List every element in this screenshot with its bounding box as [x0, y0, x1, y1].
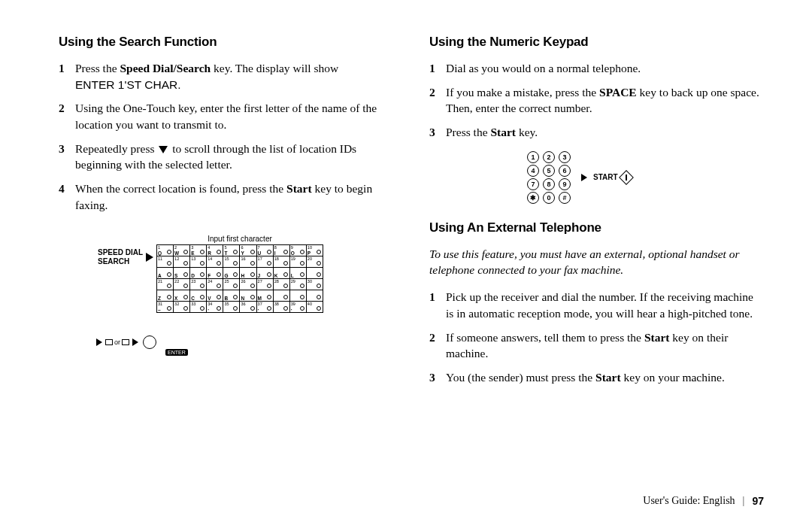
grid-cell: 28 [273, 278, 289, 290]
grid-cell: 39· [289, 301, 306, 312]
footer-separator: | [743, 495, 745, 507]
list-item: 2 If someone answers, tell them to press… [429, 329, 764, 362]
down-triangle-icon [159, 146, 168, 153]
grid-cell: Z [157, 290, 174, 301]
grid-cell: 32 [174, 301, 190, 312]
grid-cell [289, 290, 306, 301]
figure-numeric-keypad: 123456789✱0# START [527, 151, 677, 204]
step-text: If you make a mistake, press the SPACE k… [446, 84, 764, 117]
grid-cell: H [240, 267, 256, 278]
grid-cell: 37· [256, 301, 273, 312]
grid-cell: G [223, 267, 240, 278]
keypad-steps: 1 Dial as you would on a normal telephon… [429, 60, 764, 141]
two-column-layout: Using the Search Function 1 Press the Sp… [59, 35, 764, 396]
step-text: You (the sender) must press the Start ke… [446, 369, 725, 386]
grid-cell: 4R [207, 244, 223, 256]
grid-cell: 1Q [157, 244, 174, 256]
grid-cell: D [190, 267, 207, 278]
keypad-key: 2 [543, 151, 555, 163]
list-item: 3 Press the Start key. [429, 124, 764, 141]
grid-cell: B [223, 290, 240, 301]
keypad-key: 4 [527, 165, 539, 177]
list-item: 2 Using the One-Touch key, enter the fir… [59, 100, 393, 132]
heading-external-telephone: Using An External Telephone [429, 220, 764, 235]
grid-cell: 22 [174, 278, 190, 290]
grid-cell: X [174, 290, 190, 301]
keypad-key: 3 [559, 151, 571, 163]
grid-cell: 25 [223, 278, 240, 290]
speed-dial-label: SPEED DIALSEARCH [98, 248, 143, 266]
external-phone-steps: 1 Pick up the receiver and dial the numb… [429, 289, 764, 385]
step-text: Press the Speed Dial/Search key. The dis… [75, 60, 338, 93]
grid-cell: 15 [223, 256, 240, 267]
one-touch-key-grid: 1Q2W3E4R5T6Y7U8I9O10P1112131415161718192… [156, 244, 323, 313]
list-item: 3 You (the sender) must press the Start … [429, 369, 764, 386]
step-text: When the correct location is found, pres… [75, 181, 393, 213]
up-triangle-icon [105, 339, 113, 345]
grid-cell: 18 [273, 256, 289, 267]
list-item: 2 If you make a mistake, press the SPACE… [429, 84, 764, 117]
page-footer: User's Guide: English | 97 [643, 495, 764, 507]
grid-cell: 34· [207, 301, 223, 312]
list-item: 1 Dial as you would on a normal telephon… [429, 60, 764, 77]
grid-cell: 26 [240, 278, 256, 290]
grid-cell: 9O [289, 244, 306, 256]
grid-cell: A [157, 267, 174, 278]
list-item: 1 Pick up the receiver and dial the numb… [429, 289, 764, 321]
arrow-right-icon [581, 174, 587, 181]
grid-cell: 36 [240, 301, 256, 312]
grid-cell: 2W [174, 244, 190, 256]
grid-cell: J [256, 267, 273, 278]
grid-cell: 35 [223, 301, 240, 312]
search-steps: 1 Press the Speed Dial/Search key. The d… [59, 60, 393, 214]
round-button-icon [143, 335, 156, 349]
keypad-key: 6 [559, 165, 571, 177]
keypad-key: 0 [543, 192, 555, 204]
keypad-key: 8 [543, 178, 555, 190]
step-text: Repeatedly press to scroll through the l… [75, 141, 393, 173]
grid-cell: C [190, 290, 207, 301]
grid-cell: 33 [190, 301, 207, 312]
keypad-key: 5 [543, 165, 555, 177]
figure-keyboard-grid: SPEED DIALSEARCH Input first character 1… [98, 235, 323, 356]
grid-cell: N [240, 290, 256, 301]
grid-cell [306, 267, 323, 278]
italic-note: To use this feature, you must have an ex… [429, 246, 764, 278]
keypad-key: 1 [527, 151, 539, 163]
grid-cell: 31– [157, 301, 174, 312]
grid-cell: 27 [256, 278, 273, 290]
keypad-key: ✱ [527, 192, 539, 204]
list-item: 4 When the correct location is found, pr… [59, 181, 393, 213]
list-item: 3 Repeatedly press to scroll through the… [59, 141, 393, 173]
grid-cell: 16 [240, 256, 256, 267]
grid-cell: 5T [223, 244, 240, 256]
grid-cell: 10P [306, 244, 323, 256]
grid-cell: K [273, 267, 289, 278]
arrow-right-icon [146, 253, 153, 262]
grid-cell: 24 [207, 278, 223, 290]
grid-cell: 14 [207, 256, 223, 267]
keypad-key: 7 [527, 178, 539, 190]
heading-search-function: Using the Search Function [59, 35, 393, 50]
step-text: If someone answers, tell them to press t… [446, 329, 764, 362]
grid-title: Input first character [156, 235, 323, 243]
grid-cell: 21 [157, 278, 174, 290]
grid-cell: 3E [190, 244, 207, 256]
right-column: Using the Numeric Keypad 1 Dial as you w… [429, 35, 764, 396]
grid-cell: 23 [190, 278, 207, 290]
grid-cell: 12 [174, 256, 190, 267]
grid-cell [306, 290, 323, 301]
enter-label: ENTER [165, 349, 188, 356]
grid-cell: 17 [256, 256, 273, 267]
start-indicator: START [578, 172, 632, 183]
grid-cell: 13 [190, 256, 207, 267]
grid-cell: 8I [273, 244, 289, 256]
arrow-right-icon [132, 338, 138, 346]
list-item: 1 Press the Speed Dial/Search key. The d… [59, 60, 393, 93]
left-column: Using the Search Function 1 Press the Sp… [59, 35, 393, 396]
grid-cell: 19 [289, 256, 306, 267]
grid-cell: L [289, 267, 306, 278]
grid-cell: 29 [289, 278, 306, 290]
down-triangle-icon [122, 339, 129, 345]
step-text: Dial as you would on a normal telephone. [446, 60, 641, 77]
